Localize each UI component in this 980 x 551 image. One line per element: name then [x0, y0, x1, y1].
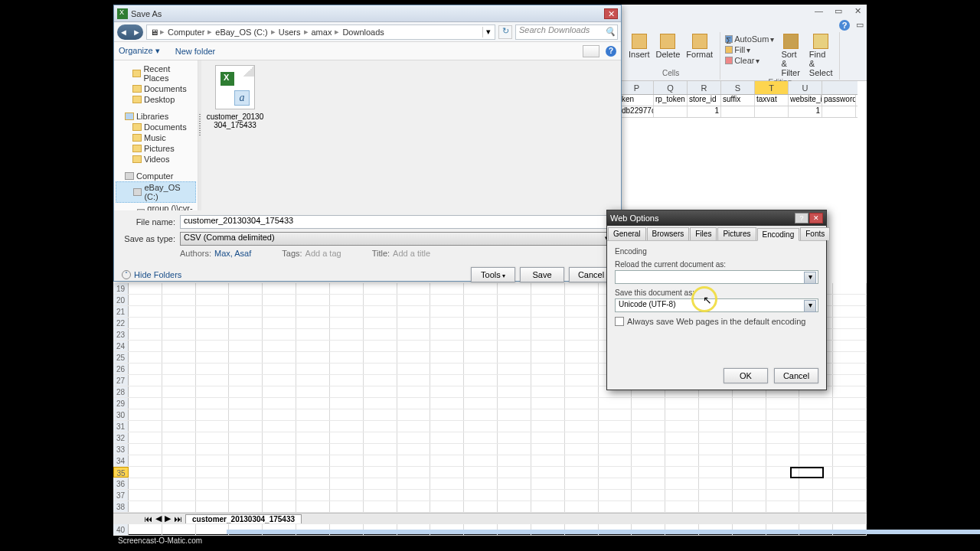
tab-nav-last-icon[interactable]: ⏭	[174, 514, 182, 523]
tree-item[interactable]: group (\\cvr-ent	[116, 203, 196, 210]
tab-nav-next-icon[interactable]: ▶	[165, 514, 171, 523]
grid-cell[interactable]	[296, 375, 330, 386]
grid-cell[interactable]	[263, 444, 296, 455]
insert-button[interactable]: Insert	[626, 34, 652, 59]
grid-cell[interactable]	[364, 375, 397, 386]
header-cell[interactable]: rp_token	[654, 95, 688, 106]
grid-cell[interactable]	[364, 364, 397, 374]
grid-cell[interactable]	[162, 444, 196, 455]
data-cell[interactable]	[822, 106, 856, 117]
grid-cell[interactable]	[162, 306, 196, 317]
row-header[interactable]: 20	[113, 295, 129, 305]
cancel-button[interactable]: Cancel	[774, 368, 818, 383]
grid-cell[interactable]	[196, 490, 230, 500]
grid-cell[interactable]	[498, 467, 531, 478]
data-cell[interactable]	[755, 106, 789, 117]
grid-cell[interactable]	[531, 398, 565, 409]
grid-cell[interactable]	[833, 295, 867, 305]
grid-cell[interactable]	[196, 524, 230, 535]
grid-cell[interactable]	[229, 375, 263, 386]
grid-cell[interactable]	[296, 444, 330, 455]
grid-cell[interactable]	[833, 329, 867, 340]
close-button[interactable]: ✕	[604, 8, 618, 19]
grid-cell[interactable]	[196, 421, 230, 432]
grid-cell[interactable]	[196, 341, 230, 351]
grid-cell[interactable]	[565, 398, 599, 409]
grid-cell[interactable]	[397, 478, 431, 489]
grid-cell[interactable]	[296, 432, 330, 443]
grid-cell[interactable]	[397, 306, 431, 317]
row-header[interactable]: 36	[113, 478, 129, 489]
grid-cell[interactable]	[565, 432, 599, 443]
grid-cell[interactable]	[296, 318, 330, 328]
row-header[interactable]: 38	[113, 501, 129, 512]
grid-cell[interactable]	[263, 341, 296, 351]
grid-cell[interactable]	[330, 421, 364, 432]
grid-cell[interactable]	[430, 341, 464, 351]
grid-cell[interactable]	[498, 501, 531, 512]
grid-cell[interactable]	[665, 409, 699, 420]
header-cell[interactable]: website_i	[789, 95, 822, 106]
grid-cell[interactable]	[531, 364, 565, 374]
tree-item[interactable]: Recent Places	[116, 64, 196, 83]
grid-cell[interactable]	[799, 409, 833, 420]
grid-cell[interactable]	[766, 444, 800, 455]
grid-cell[interactable]	[364, 501, 397, 512]
grid-cell[interactable]	[330, 375, 364, 386]
grid-cell[interactable]	[599, 490, 632, 500]
grid-cell[interactable]	[263, 306, 296, 317]
breadcrumb-item[interactable]: Computer	[166, 28, 206, 37]
grid-cell[interactable]	[330, 467, 364, 478]
grid-cell[interactable]	[430, 432, 464, 443]
row-header[interactable]: 24	[113, 341, 129, 351]
grid-cell[interactable]	[766, 478, 800, 489]
grid-cell[interactable]	[833, 501, 867, 512]
row-header[interactable]: 34	[113, 455, 129, 466]
grid-cell[interactable]	[296, 455, 330, 466]
grid-cell[interactable]	[599, 398, 632, 409]
grid-cell[interactable]	[263, 386, 296, 397]
grid-cell[interactable]	[531, 501, 565, 512]
grid-cell[interactable]	[162, 295, 196, 305]
grid-cell[interactable]	[330, 478, 364, 489]
grid-cell[interactable]	[430, 467, 464, 478]
grid-cell[interactable]	[263, 432, 296, 443]
grid-cell[interactable]	[129, 409, 162, 420]
grid-cell[interactable]	[464, 375, 498, 386]
grid-cell[interactable]	[498, 341, 531, 351]
grid-cell[interactable]	[632, 455, 665, 466]
back-icon[interactable]: ◄	[117, 24, 130, 40]
grid-cell[interactable]	[833, 455, 867, 466]
grid-cell[interactable]	[397, 432, 431, 443]
new-folder-button[interactable]: New folder	[175, 47, 216, 56]
grid-cell[interactable]	[162, 501, 196, 512]
grid-cell[interactable]	[733, 398, 766, 409]
grid-cell[interactable]	[531, 306, 565, 317]
grid-cell[interactable]	[498, 490, 531, 500]
grid-cell[interactable]	[531, 295, 565, 305]
grid-cell[interactable]	[464, 421, 498, 432]
grid-cell[interactable]	[833, 306, 867, 317]
grid-cell[interactable]	[263, 352, 296, 363]
grid-cell[interactable]	[162, 398, 196, 409]
grid-cell[interactable]	[733, 432, 766, 443]
help-icon[interactable]: ?	[606, 46, 616, 57]
grid-cell[interactable]	[498, 409, 531, 420]
grid-cell[interactable]	[364, 295, 397, 305]
header-cell[interactable]: password_add	[822, 95, 856, 106]
grid-cell[interactable]	[129, 478, 162, 489]
grid-cell[interactable]	[464, 478, 498, 489]
tree-libraries[interactable]: Libraries	[116, 111, 196, 122]
grid-cell[interactable]	[632, 478, 665, 489]
grid-cell[interactable]	[196, 467, 230, 478]
grid-cell[interactable]	[833, 409, 867, 420]
tab-encoding[interactable]: Encoding	[757, 228, 800, 241]
tags-value[interactable]: Add a tag	[305, 249, 341, 258]
grid-cell[interactable]	[498, 352, 531, 363]
grid-cell[interactable]	[263, 421, 296, 432]
grid-cell[interactable]	[565, 444, 599, 455]
grid-cell[interactable]	[665, 478, 699, 489]
grid-cell[interactable]	[330, 295, 364, 305]
grid-cell[interactable]	[364, 467, 397, 478]
sort-filter-button[interactable]: Sort & Filter	[779, 34, 802, 77]
